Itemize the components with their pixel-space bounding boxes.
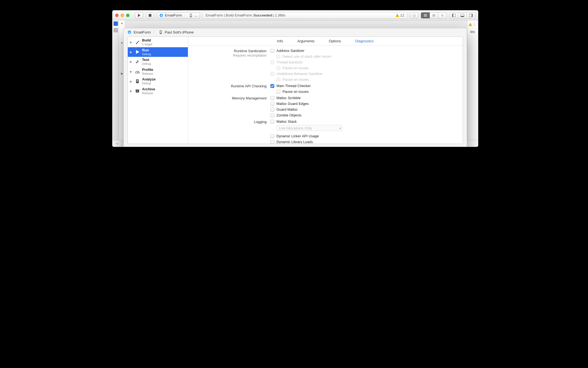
phase-profile[interactable]: ▶ ProfileRelease bbox=[128, 67, 188, 77]
diagnostics-form: Runtime Sanitization Requires recompilat… bbox=[188, 46, 463, 144]
svg-rect-20 bbox=[137, 91, 138, 91]
phase-subtitle: Debug bbox=[142, 62, 151, 66]
phase-run[interactable]: ▶ RunDebug bbox=[128, 47, 188, 57]
disclosure-triangle-icon: ▶ bbox=[130, 60, 133, 63]
checkbox[interactable] bbox=[270, 134, 274, 138]
phase-title: Test bbox=[142, 58, 151, 62]
section-hint: Requires recompilation bbox=[194, 54, 267, 57]
phase-archive[interactable]: ▶ ArchiveRelease bbox=[128, 86, 188, 96]
checkbox bbox=[276, 78, 280, 82]
tab-info[interactable]: Info bbox=[276, 37, 284, 45]
analyze-icon bbox=[135, 79, 140, 84]
disclosure-triangle-icon: ▶ bbox=[130, 90, 133, 93]
checkbox[interactable] bbox=[270, 108, 274, 111]
checkbox[interactable] bbox=[270, 102, 274, 106]
disclosure-triangle-icon: ▶ bbox=[130, 70, 133, 73]
phase-title: Profile bbox=[142, 68, 153, 72]
hammer-icon bbox=[135, 40, 140, 45]
checkbox[interactable] bbox=[270, 96, 274, 100]
checkbox[interactable] bbox=[270, 113, 274, 117]
gauge-icon bbox=[135, 69, 140, 74]
sheet-footer: Duplicate Scheme Manage Schemes... Share… bbox=[124, 144, 467, 147]
section-runtime-sanitization-label: Runtime Sanitization Requires recompilat… bbox=[194, 48, 270, 57]
option-dyld-api[interactable]: Dynamic Linker API Usage bbox=[270, 134, 342, 138]
wrench-icon bbox=[135, 59, 140, 64]
updown-icon: ▴▾ bbox=[339, 127, 340, 130]
checkbox bbox=[270, 72, 274, 76]
option-address-sanitizer[interactable]: Address Sanitizer bbox=[270, 48, 331, 53]
phase-subtitle: Release bbox=[142, 72, 153, 76]
section-logging-label: Logging bbox=[194, 119, 270, 124]
detail-tabs: Info Arguments Options Diagnostics bbox=[188, 37, 463, 46]
disclosure-triangle-icon: ▶ bbox=[130, 51, 133, 54]
option-malloc-scribble[interactable]: Malloc Scribble bbox=[270, 96, 309, 100]
checkbox[interactable] bbox=[270, 49, 274, 53]
disclosure-triangle-icon: ▶ bbox=[130, 80, 133, 83]
phase-test[interactable]: ▶ TestDebug bbox=[128, 57, 188, 67]
option-malloc-guard[interactable]: Malloc Guard Edges bbox=[270, 101, 309, 106]
phase-subtitle: Debug bbox=[142, 82, 156, 85]
tab-diagnostics[interactable]: Diagnostics bbox=[355, 37, 374, 45]
phase-title: Build bbox=[142, 38, 152, 43]
disclosure-triangle-icon: ▶ bbox=[130, 41, 133, 44]
iphone-icon bbox=[159, 30, 163, 34]
malloc-stack-mode-select: Live Allocations Only ▴▾ bbox=[276, 125, 342, 131]
section-api-checking-label: Runtime API Checking bbox=[194, 83, 270, 88]
option-mtc-pause[interactable]: Pause on issues bbox=[270, 89, 311, 94]
select-value: Live Allocations Only bbox=[279, 126, 312, 130]
option-dyld-loads[interactable]: Dynamic Library Loads bbox=[270, 140, 342, 144]
section-memory-label: Memory Management bbox=[194, 96, 270, 100]
checkbox[interactable] bbox=[270, 84, 274, 88]
option-ub-sanitizer: Undefined Behavior Sanitizer bbox=[270, 71, 331, 76]
option-thread-sanitizer: Thread Sanitizer bbox=[270, 60, 331, 65]
svg-rect-17 bbox=[137, 81, 138, 82]
option-guard-malloc[interactable]: Guard Malloc bbox=[270, 107, 309, 112]
checkbox[interactable] bbox=[270, 140, 274, 144]
phase-subtitle: 1 target bbox=[142, 43, 152, 46]
phase-build[interactable]: ▶ Build1 target bbox=[128, 37, 188, 47]
checkbox bbox=[276, 66, 280, 70]
archive-icon bbox=[135, 89, 140, 94]
scheme-breadcrumb: EmailForm 〉 Paul Solt's iPhone bbox=[124, 28, 467, 36]
scheme-editor-sheet: EmailForm 〉 Paul Solt's iPhone ▶ Build1 … bbox=[123, 28, 467, 147]
tab-options[interactable]: Options bbox=[328, 37, 342, 45]
option-tsan-pause: Pause on issues bbox=[270, 66, 331, 70]
option-detect-stack: Detect use of stack after return bbox=[270, 54, 331, 59]
phase-subtitle: Release bbox=[142, 91, 155, 95]
phase-analyze[interactable]: ▶ AnalyzeDebug bbox=[128, 76, 188, 86]
phase-detail: Info Arguments Options Diagnostics Runti… bbox=[188, 37, 463, 144]
appstore-icon bbox=[128, 30, 131, 34]
checkbox bbox=[276, 55, 280, 58]
phase-subtitle: Debug bbox=[142, 52, 151, 56]
chevron-right-icon: 〉 bbox=[153, 30, 157, 35]
checkbox bbox=[270, 60, 274, 64]
checkbox[interactable] bbox=[270, 120, 274, 124]
phase-list: ▶ Build1 target ▶ RunDebug ▶ TestDebug bbox=[128, 37, 188, 144]
svg-rect-14 bbox=[160, 31, 161, 33]
option-zombie[interactable]: Zombie Objects bbox=[270, 113, 309, 118]
xcode-window: EmailForm 〉 ... EmailForm | Build EmailF… bbox=[112, 10, 478, 147]
tab-arguments[interactable]: Arguments bbox=[297, 37, 315, 45]
breadcrumb-device[interactable]: Paul Solt's iPhone bbox=[165, 30, 194, 34]
option-malloc-stack[interactable]: Malloc Stack bbox=[270, 119, 342, 124]
phase-title: Run bbox=[142, 48, 151, 52]
option-ub-pause: Pause on issues bbox=[270, 77, 331, 82]
breadcrumb-project[interactable]: EmailForm bbox=[134, 30, 151, 34]
svg-rect-16 bbox=[137, 80, 138, 81]
checkbox[interactable] bbox=[276, 90, 280, 94]
play-icon bbox=[135, 49, 140, 54]
phase-title: Archive bbox=[142, 87, 155, 91]
phase-title: Analyze bbox=[142, 77, 156, 82]
option-main-thread-checker[interactable]: Main Thread Checker bbox=[270, 83, 311, 88]
sheet-content: ▶ Build1 target ▶ RunDebug ▶ TestDebug bbox=[128, 37, 463, 144]
svg-rect-19 bbox=[135, 90, 139, 90]
